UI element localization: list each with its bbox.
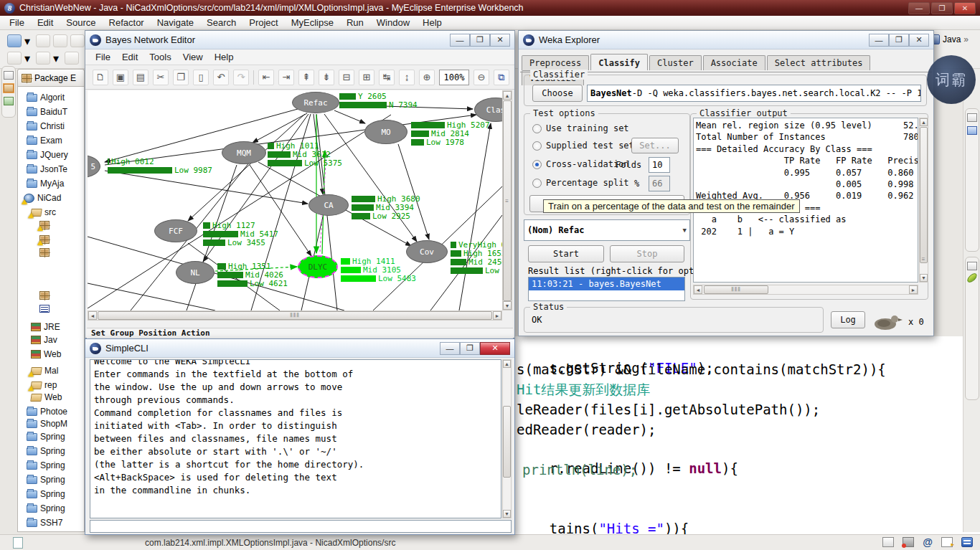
tree-item[interactable]: MyAja — [27, 177, 64, 190]
code-editor[interactable]: s.getString("FILE"); s(matchStr) && file… — [502, 336, 980, 536]
bayes-node-ca[interactable]: CA — [308, 194, 349, 216]
new-dropdown-icon[interactable]: ▾ — [24, 34, 32, 47]
tree-item[interactable]: Exam — [27, 134, 62, 147]
import-dropdown-icon[interactable]: ▾ — [24, 52, 32, 65]
perspective-more-chevron[interactable]: » — [963, 34, 969, 44]
split-percent-input[interactable]: 66 — [649, 176, 670, 191]
tree-item[interactable]: Spring — [27, 473, 65, 486]
close-button[interactable]: ✕ — [909, 34, 929, 47]
set-test-set-button[interactable]: Set... — [631, 138, 679, 153]
powerword-overlay-badge[interactable]: 词霸 — [927, 55, 976, 104]
bayes-node-mo[interactable]: MO — [364, 120, 407, 144]
console-tray-icon[interactable] — [961, 537, 973, 547]
space-vertical-icon[interactable]: ↨ — [399, 70, 415, 85]
outline-view-icon[interactable] — [967, 126, 977, 135]
use-training-set-option[interactable]: Use training set — [532, 123, 629, 133]
align-center-icon[interactable]: ⊟ — [339, 70, 354, 85]
tree-item[interactable]: JQuery — [27, 148, 68, 161]
layout-graph-icon[interactable]: ⧉ — [494, 70, 509, 85]
radio-icon[interactable] — [532, 124, 542, 133]
save-icon[interactable] — [36, 34, 50, 47]
tree-item[interactable] — [39, 289, 52, 302]
menu-view[interactable]: View — [177, 52, 209, 62]
tree-item[interactable]: SSH7 — [27, 516, 62, 529]
tree-item[interactable]: Mal — [31, 364, 58, 377]
simplecli-vscrollbar[interactable]: ▲ ▼ — [502, 359, 512, 518]
zoom-in-icon[interactable]: ⊕ — [419, 70, 435, 85]
tree-item[interactable]: JRE — [31, 321, 60, 333]
menu-window[interactable]: Window — [370, 17, 416, 28]
open-icon[interactable]: ▤ — [133, 70, 149, 85]
menu-run[interactable]: Run — [340, 17, 370, 28]
user-activity-icon[interactable] — [903, 537, 914, 547]
folds-input[interactable]: 10 — [649, 157, 670, 173]
print-icon[interactable] — [70, 34, 85, 47]
menu-edit[interactable]: Edit — [116, 52, 143, 62]
space-horizontal-icon[interactable]: ↹ — [379, 70, 395, 85]
output-vscrollbar[interactable]: ▲ ≡ ▼ — [919, 118, 928, 283]
tree-item[interactable]: BaiduT — [27, 105, 67, 118]
copy-icon[interactable]: ❐ — [173, 70, 189, 85]
stop-button[interactable]: Stop — [610, 245, 684, 262]
layout-down-icon[interactable]: ⇟ — [319, 70, 334, 85]
supplied-test-set-option[interactable]: Supplied test set — [532, 141, 634, 151]
result-list-item-selected[interactable]: 11:03:21 - bayes.BayesNet — [529, 278, 684, 290]
restore-view-icon[interactable] — [967, 113, 977, 122]
menu-project[interactable]: Project — [242, 17, 284, 28]
bayes-titlebar[interactable]: Bayes Network Editor — ❐ ✕ — [85, 31, 514, 49]
restore-view-icon[interactable] — [967, 262, 977, 270]
tree-item[interactable]: src — [31, 206, 56, 219]
tree-item[interactable]: Spring — [27, 488, 65, 501]
tree-item[interactable]: Spring — [27, 459, 65, 472]
code-file-tray-icon[interactable]: ▸ — [941, 537, 953, 547]
package-explorer-tree[interactable]: Algorit BaiduT Christi Exam JQuery JsonT… — [17, 86, 85, 532]
menu-help[interactable]: Help — [416, 17, 448, 28]
zoom-out-icon[interactable]: ⊖ — [473, 70, 489, 85]
percentage-split-option[interactable]: Percentage split — [532, 178, 629, 188]
tab-select-attributes[interactable]: Select attributes — [767, 55, 871, 70]
menu-refactor[interactable]: Refactor — [103, 17, 151, 28]
menu-file[interactable]: File — [3, 17, 31, 28]
tab-package-explorer[interactable]: Package E — [17, 69, 85, 86]
package-explorer-icon[interactable] — [4, 84, 14, 93]
menu-myeclipse[interactable]: MyEclipse — [285, 17, 340, 28]
menu-source[interactable]: Source — [60, 17, 102, 28]
cut-icon[interactable]: ✂ — [153, 70, 169, 85]
tree-item[interactable]: Jav — [31, 333, 57, 346]
simplecli-output[interactable]: Welcome to the WEKA SimpleCLI Enter comm… — [90, 359, 501, 518]
zoom-level-field[interactable]: 100% — [439, 70, 469, 85]
close-button[interactable]: ✕ — [490, 34, 510, 47]
maximize-button[interactable]: ❐ — [889, 34, 909, 47]
layout-right-icon[interactable]: ⇥ — [278, 70, 294, 85]
undo-icon[interactable]: ↶ — [213, 70, 229, 85]
bayes-node-nl[interactable]: NL — [176, 261, 215, 284]
tab-cluster[interactable]: Cluster — [649, 55, 702, 70]
mylyn-leaf-icon[interactable] — [966, 272, 979, 284]
graph-hscrollbar[interactable]: ◄ ⦀⦀⦀ ► — [88, 310, 502, 321]
tree-item[interactable]: rep — [31, 379, 57, 392]
align-middle-icon[interactable]: ⊞ — [359, 70, 374, 85]
restore-tray-icon[interactable] — [882, 537, 894, 547]
tree-item[interactable]: Spring — [27, 430, 65, 443]
minimize-button[interactable]: — — [450, 34, 470, 47]
menu-tools[interactable]: Tools — [143, 52, 176, 62]
redo-icon[interactable]: ↷ — [233, 70, 249, 85]
class-attribute-combo[interactable]: (Nom) Refac ▼ — [524, 219, 690, 241]
maximize-button[interactable]: ❐ — [931, 2, 953, 14]
bayes-node-fcf[interactable]: FCF — [154, 219, 197, 242]
bayes-graph-canvas[interactable]: Y 2605 N 7394 High 5207 Mid 2814 Low 197… — [88, 90, 502, 310]
close-button[interactable]: ✕ — [954, 2, 976, 14]
radio-icon[interactable] — [532, 141, 542, 151]
tree-item[interactable] — [39, 246, 52, 259]
tree-item[interactable] — [39, 233, 52, 246]
tree-item[interactable] — [39, 219, 52, 232]
bayes-node-mqm[interactable]: MQM — [222, 141, 266, 164]
minimize-button[interactable]: — — [908, 2, 930, 14]
bayes-node-cov[interactable]: Cov — [406, 240, 448, 263]
minimize-button[interactable]: — — [869, 34, 889, 47]
type-hierarchy-icon[interactable] — [4, 97, 14, 105]
maximize-button[interactable]: ❐ — [470, 34, 490, 47]
radio-icon[interactable] — [532, 179, 542, 188]
tree-item[interactable]: Spring — [27, 445, 65, 457]
radio-selected-icon[interactable] — [532, 160, 542, 169]
